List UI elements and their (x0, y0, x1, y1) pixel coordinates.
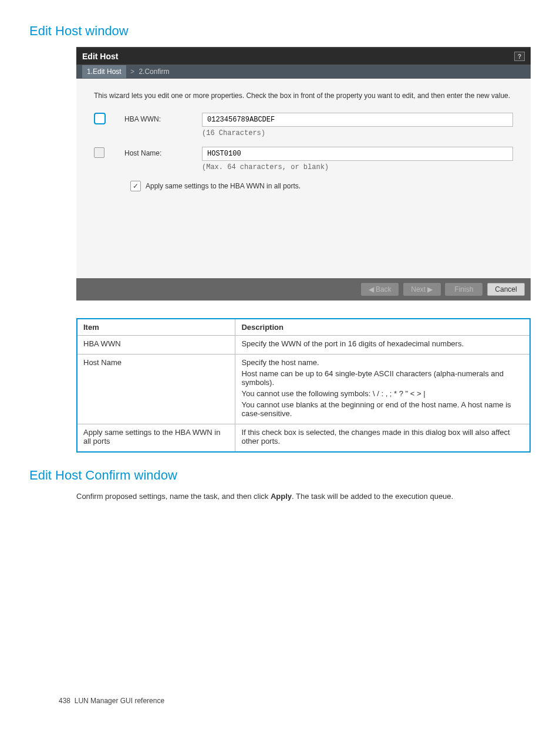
cancel-button[interactable]: Cancel (487, 283, 525, 296)
wizard-title: Edit Host (82, 52, 118, 61)
help-icon[interactable]: ? (514, 52, 525, 61)
table-row: HBA WWNSpecify the WWN of the port in 16… (77, 336, 530, 355)
label-host-name: Host Name: (124, 147, 195, 157)
page-footer: 438 LUN Manager GUI reference (59, 697, 164, 705)
table-cell-description: If this check box is selected, the chang… (235, 424, 530, 453)
checkbox-hba-wwn[interactable] (94, 113, 106, 124)
finish-button[interactable]: Finish (445, 283, 483, 296)
description-table: Item Description HBA WWNSpecify the WWN … (76, 318, 531, 453)
wizard-step-confirm[interactable]: 2.Confirm (139, 67, 169, 76)
hint-hba-wwn: (16 Characters) (202, 127, 513, 137)
checkbox-host-name[interactable] (94, 147, 104, 158)
table-cell-description: Specify the host name.Host name can be u… (235, 355, 530, 424)
wizard-footer: ◀ Back Next ▶ Finish Cancel (76, 278, 531, 301)
next-button[interactable]: Next ▶ (403, 283, 441, 296)
hint-host-name: (Max. 64 characters, or blank) (202, 161, 513, 171)
form-row-host-name: Host Name: (Max. 64 characters, or blank… (94, 147, 513, 171)
table-cell-item: Apply same settings to the HBA WWN in al… (77, 424, 235, 453)
table-cell-item: Host Name (77, 355, 235, 424)
wizard-body: This wizard lets you edit one or more pr… (76, 79, 531, 278)
label-apply-all: Apply same settings to the HBA WWN in al… (146, 182, 301, 190)
table-cell-description: Specify the WWN of the port in 16 digits… (235, 336, 530, 355)
confirm-instruction: Confirm proposed settings, name the task… (76, 491, 507, 502)
wizard-edit-host: Edit Host ? 1.Edit Host > 2.Confirm This… (76, 47, 531, 301)
wizard-instruction: This wizard lets you edit one or more pr… (94, 90, 513, 101)
wizard-titlebar: Edit Host ? (76, 48, 531, 65)
table-header-description: Description (235, 319, 530, 336)
chevron-right-icon: > (130, 67, 134, 76)
section-heading-edit-host: Edit Host window (29, 23, 531, 39)
input-hba-wwn[interactable] (202, 113, 513, 127)
back-button[interactable]: ◀ Back (361, 283, 399, 296)
table-cell-item: HBA WWN (77, 336, 235, 355)
form-row-apply-all: ✓ Apply same settings to the HBA WWN in … (130, 181, 513, 191)
table-header-item: Item (77, 319, 235, 336)
table-row: Apply same settings to the HBA WWN in al… (77, 424, 530, 453)
form-row-hba-wwn: HBA WWN: (16 Characters) (94, 113, 513, 137)
input-host-name[interactable] (202, 147, 513, 161)
section-heading-edit-host-confirm: Edit Host Confirm window (29, 468, 531, 483)
wizard-breadcrumb: 1.Edit Host > 2.Confirm (76, 65, 531, 79)
table-row: Host NameSpecify the host name.Host name… (77, 355, 530, 424)
label-hba-wwn: HBA WWN: (124, 113, 195, 123)
wizard-step-edit-host[interactable]: 1.Edit Host (82, 65, 126, 78)
checkbox-apply-all[interactable]: ✓ (130, 181, 141, 191)
